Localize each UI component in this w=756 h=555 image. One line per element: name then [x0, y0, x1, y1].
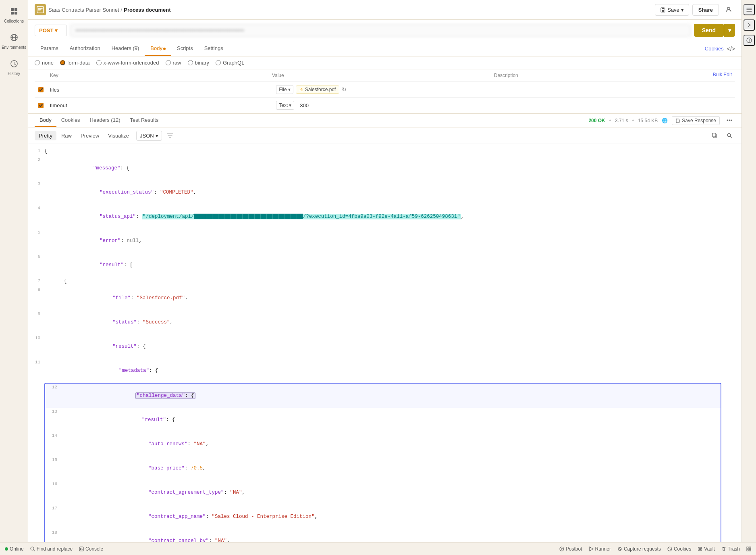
topbar-right: Save ▾ Share: [655, 3, 735, 16]
timeout-key[interactable]: timeout: [47, 101, 273, 110]
view-tab-visualize[interactable]: Visualize: [104, 131, 133, 140]
option-form-data[interactable]: form-data: [60, 60, 90, 66]
resp-tab-headers[interactable]: Headers (12): [85, 114, 125, 127]
share-button[interactable]: Share: [692, 4, 719, 16]
timeout-description[interactable]: [499, 104, 725, 107]
cookies-status-button[interactable]: Cookies: [667, 546, 691, 552]
warn-icon: ⚠: [299, 87, 303, 92]
form-row-files: files File ▾ ⚠ Salesforce.pdf ↻: [35, 82, 735, 98]
runner-button[interactable]: Runner: [589, 546, 611, 552]
url-input[interactable]: [70, 24, 691, 37]
form-row-timeout: timeout Text ▾ 300: [35, 98, 735, 113]
tab-settings[interactable]: Settings: [199, 41, 229, 56]
resp-tab-cookies[interactable]: Cookies: [56, 114, 85, 127]
option-binary[interactable]: binary: [188, 60, 209, 66]
capture-requests-button[interactable]: Capture requests: [617, 546, 661, 552]
tab-headers[interactable]: Headers (9): [106, 41, 145, 56]
method-select[interactable]: POST ▾: [35, 25, 67, 36]
filter-icon[interactable]: [165, 131, 175, 141]
option-raw[interactable]: raw: [166, 60, 181, 66]
copy-response-button[interactable]: [709, 130, 721, 141]
resp-tab-test-results[interactable]: Test Results: [125, 114, 163, 127]
svg-point-14: [727, 134, 731, 137]
right-strip-icon-3[interactable]: [744, 35, 755, 46]
json-line-16: 16 "contract_agreement_type": "NA",: [45, 480, 721, 505]
view-tabs: Pretty Raw Preview Visualize: [35, 131, 133, 140]
view-tab-raw[interactable]: Raw: [57, 131, 76, 140]
tab-params[interactable]: Params: [35, 41, 64, 56]
console-button[interactable]: Console: [79, 546, 103, 552]
svg-rect-31: [747, 549, 748, 551]
svg-rect-1: [15, 8, 17, 11]
method-value: POST: [39, 27, 53, 33]
search-response-button[interactable]: [724, 130, 735, 141]
files-filename: Salesforce.pdf: [305, 87, 336, 92]
grid-layout-button[interactable]: [746, 547, 751, 551]
timeout-checkbox[interactable]: [38, 103, 44, 108]
json-viewer[interactable]: 1 { 2 "message": { 3 "execution_status":…: [28, 144, 741, 542]
view-tab-preview[interactable]: Preview: [77, 131, 103, 140]
sidebar-item-history[interactable]: History: [2, 56, 26, 79]
topbar-left: Saas Contracts Parser Sonnet / Process d…: [35, 4, 652, 15]
online-dot: [5, 547, 8, 551]
json-line-9: 9 "status": "Success",: [28, 310, 741, 334]
right-strip-icon-1[interactable]: [744, 4, 755, 15]
send-button[interactable]: Send: [694, 24, 724, 37]
tab-body[interactable]: Body: [145, 41, 171, 56]
refresh-icon[interactable]: ↻: [342, 86, 347, 93]
collections-icon: [10, 7, 18, 17]
cookies-link[interactable]: Cookies: [705, 46, 724, 52]
format-select[interactable]: JSON ▾: [136, 131, 162, 141]
json-line-10: 10 "result": {: [28, 334, 741, 359]
view-tab-pretty[interactable]: Pretty: [35, 131, 56, 140]
option-none[interactable]: none: [35, 60, 54, 66]
sidebar-item-environments[interactable]: Environments: [2, 30, 26, 53]
code-icon[interactable]: </>: [727, 46, 735, 52]
profile-icon-button[interactable]: [722, 3, 735, 16]
response-more-button[interactable]: •••: [724, 115, 735, 126]
svg-point-23: [668, 547, 672, 551]
svg-rect-10: [662, 8, 664, 9]
json-line-7: 7 {: [28, 277, 741, 286]
svg-rect-29: [747, 547, 748, 549]
save-button[interactable]: Save ▾: [655, 4, 689, 16]
files-key[interactable]: files: [47, 85, 273, 94]
breadcrumb: Saas Contracts Parser Sonnet / Process d…: [48, 7, 171, 13]
tab-authorization[interactable]: Authorization: [64, 41, 106, 56]
files-type-select[interactable]: File ▾: [276, 85, 293, 94]
timeout-type-select[interactable]: Text ▾: [276, 101, 294, 110]
trash-button[interactable]: Trash: [721, 546, 740, 552]
capture-requests-label: Capture requests: [624, 546, 661, 552]
json-line-5: 5 "error": null,: [28, 229, 741, 253]
tab-scripts[interactable]: Scripts: [171, 41, 199, 56]
bulk-edit-button[interactable]: Bulk Edit: [713, 72, 735, 79]
svg-rect-13: [712, 133, 716, 137]
postbot-button[interactable]: Postbot: [559, 546, 582, 552]
format-value: JSON: [140, 133, 154, 139]
response-time: 3.71 s: [615, 118, 628, 123]
option-graphql[interactable]: GraphQL: [216, 60, 244, 66]
cookies-status-label: Cookies: [674, 546, 691, 552]
svg-point-24: [669, 548, 669, 549]
vault-button[interactable]: Vault: [698, 546, 714, 552]
svg-rect-9: [662, 10, 664, 12]
sidebar-history-label: History: [8, 71, 20, 76]
sidebar-item-collections[interactable]: Collections: [2, 4, 26, 27]
svg-rect-32: [749, 549, 751, 551]
resp-tab-body[interactable]: Body: [35, 114, 56, 127]
timeout-value-text[interactable]: 300: [297, 102, 309, 108]
option-urlencoded[interactable]: x-www-form-urlencoded: [96, 60, 159, 66]
files-checkbox[interactable]: [38, 87, 44, 92]
response-status: 200 OK • 3.71 s • 15.54 KB 🌐 Save Respon…: [588, 115, 735, 126]
files-description[interactable]: [499, 88, 725, 91]
send-dropdown-button[interactable]: ▾: [724, 24, 735, 37]
find-replace-button[interactable]: Find and replace: [30, 546, 73, 552]
right-strip-icon-2[interactable]: [744, 19, 755, 31]
json-line-3: 3 "execution_status": "COMPLETED",: [28, 180, 741, 204]
breadcrumb-project[interactable]: Saas Contracts Parser Sonnet: [48, 7, 119, 13]
col-key-label: Key: [47, 72, 269, 79]
save-dropdown-icon: ▾: [681, 7, 684, 13]
right-strip: [741, 0, 756, 542]
request-bar: POST ▾ Send ▾: [28, 20, 741, 41]
save-response-button[interactable]: Save Response: [672, 116, 720, 125]
